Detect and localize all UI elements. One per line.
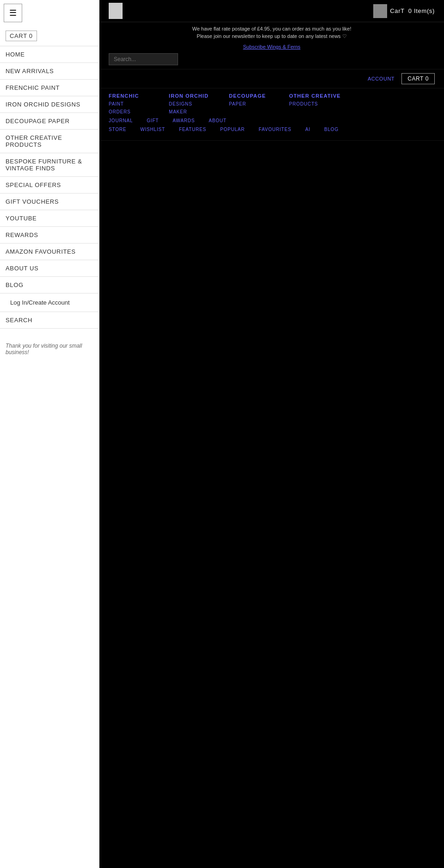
mega-nav-link-maker[interactable]: MAKER (169, 109, 215, 114)
mega-nav-row-2: JOURNAL GIFT AWARDS ABOUT (109, 118, 435, 123)
hamburger-icon: ☰ (9, 8, 17, 18)
mega-nav-col-other-creative: OTHER CREATIVE PRODUCTS (289, 93, 341, 114)
newsletter-link[interactable]: Subscribe Wings & Ferns (243, 44, 300, 50)
mega-nav-link-popular[interactable]: POPULAR (220, 127, 245, 132)
cart-box-label: CART 0 (6, 31, 37, 41)
sidebar-item-rewards[interactable]: REWARDS (0, 227, 99, 244)
mega-nav-row-3: STORE WISHLIST FEATURES POPULAR FAVOURIT… (109, 127, 435, 132)
sidebar-log-in[interactable]: Log In/Create Account (0, 293, 99, 312)
sidebar-item-about-us[interactable]: ABOUT US (0, 260, 99, 277)
mega-nav-col-decoupage: DECOUPAGE PAPER (229, 93, 275, 114)
sidebar-item-new-arrivals[interactable]: NEW ARRIVALS (0, 63, 99, 80)
cart-top-label: CarT 0 Item(s) (390, 7, 435, 14)
search-input-top[interactable] (109, 53, 178, 65)
sidebar-item-frenchic-paint[interactable]: FRENCHIC PAINT (0, 80, 99, 96)
mega-nav-link-blog[interactable]: BLOG (324, 127, 339, 132)
mega-nav-link-awards[interactable]: AWARDS (173, 118, 195, 123)
mega-nav-row-1: FRENCHIC PAINT ORDERS IRON ORCHID DESIGN… (109, 93, 435, 114)
mega-nav-link-favourites[interactable]: FAVOURITES (259, 127, 291, 132)
logo-area (109, 3, 125, 19)
mega-nav: FRENCHIC PAINT ORDERS IRON ORCHID DESIGN… (99, 88, 444, 141)
mega-nav-link-journal[interactable]: JOURNAL (109, 118, 133, 123)
sidebar-cart[interactable]: CART 0 (0, 26, 99, 46)
sidebar-item-iron-orchid-designs[interactable]: IRON ORCHID DESIGNS (0, 96, 99, 113)
shipping-announcement: We have flat rate postage of £4.95, you … (109, 26, 435, 31)
sidebar-item-bespoke-furniture[interactable]: BESPOKE FURNITURE & VINTAGE FINDS (0, 153, 99, 177)
mega-nav-col-iron-orchid: IRON ORCHID DESIGNS MAKER (169, 93, 215, 114)
cart-icon-top (373, 4, 387, 18)
sidebar-item-gift-vouchers[interactable]: GIFT VOUCHERS (0, 194, 99, 210)
sidebar-item-decoupage-paper[interactable]: DECOUPAGE PAPER (0, 113, 99, 130)
mega-nav-link-orders[interactable]: ORDERS (109, 109, 155, 114)
mega-nav-link-wishlist[interactable]: WISHLIST (140, 127, 165, 132)
sidebar-item-amazon-favourites[interactable]: AMAZON FAVOURITES (0, 244, 99, 260)
main-content: CarT 0 Item(s) We have flat rate postage… (99, 0, 444, 868)
search-bar-row (109, 53, 435, 65)
mega-nav-link-about[interactable]: ABOUT (209, 118, 226, 123)
account-link[interactable]: ACCOUNT (368, 76, 395, 81)
sidebar-item-other-creative-products[interactable]: OTHER CREATIVE PRODUCTS (0, 130, 99, 153)
newsletter-announcement: Please join our newsletter to keep up to… (109, 33, 435, 39)
mega-nav-link-store[interactable]: STORE (109, 127, 126, 132)
sidebar-item-home[interactable]: HOME (0, 46, 99, 63)
mega-nav-col-frenchic: FRENCHIC PAINT ORDERS (109, 93, 155, 114)
logo-box (109, 3, 123, 19)
mega-nav-header-iron-orchid: IRON ORCHID (169, 93, 215, 99)
sidebar-item-blog[interactable]: BLOG (0, 277, 99, 293)
mega-nav-link-paper[interactable]: PAPER (229, 101, 275, 106)
mega-nav-link-gift[interactable]: GIFT (147, 118, 159, 123)
top-bar: CarT 0 Item(s) (99, 0, 444, 22)
menu-icon[interactable]: ☰ (4, 4, 22, 22)
sidebar-item-youtube[interactable]: YOUTUBE (0, 210, 99, 227)
mega-nav-header-decoupage: DECOUPAGE (229, 93, 275, 99)
mega-nav-header-other-creative: OTHER CREATIVE (289, 93, 341, 99)
mega-nav-link-ai[interactable]: AI (305, 127, 310, 132)
announcement-bar: We have flat rate postage of £4.95, you … (99, 22, 444, 69)
sidebar-item-search[interactable]: SEARCH (0, 312, 99, 329)
mega-nav-link-paint[interactable]: PAINT (109, 101, 155, 106)
black-content-area (99, 141, 444, 835)
mega-nav-link-products[interactable]: PRODUCTS (289, 101, 341, 106)
mega-nav-link-designs[interactable]: DESIGNS (169, 101, 215, 106)
sidebar-item-special-offers[interactable]: SPECIAL OFFERS (0, 177, 99, 194)
nav-links-area: ACCOUNT CART 0 (99, 69, 444, 88)
cart-top-area[interactable]: CarT 0 Item(s) (373, 4, 435, 18)
mega-nav-header-frenchic: FRENCHIC (109, 93, 155, 99)
sidebar: ☰ CART 0 HOME NEW ARRIVALS FRENCHIC PAIN… (0, 0, 99, 868)
mega-nav-link-features[interactable]: FEATURES (179, 127, 206, 132)
sidebar-thank-you: Thank you for visiting our small busines… (0, 329, 99, 369)
cart-button-top[interactable]: CART 0 (401, 73, 435, 84)
